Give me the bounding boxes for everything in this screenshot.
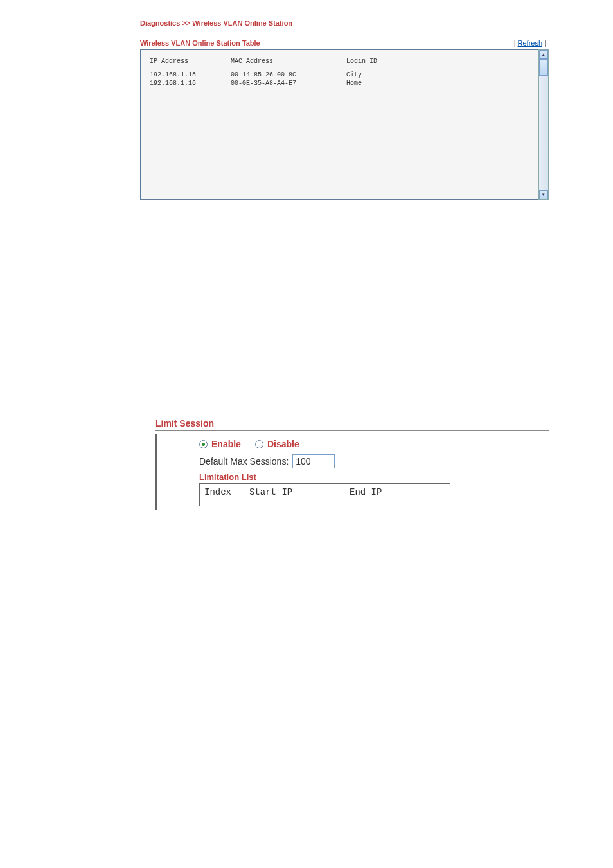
table-row: 192.168.1.15 00-14-85-26-00-8C City xyxy=(150,71,540,78)
max-sessions-input[interactable]: 100 xyxy=(292,454,335,468)
radio-off-icon xyxy=(255,440,263,448)
sessions-label: Default Max Sessions: xyxy=(199,456,289,466)
enable-label: Enable xyxy=(211,439,241,449)
scroll-track[interactable] xyxy=(539,59,548,190)
chevron-up-icon: ▴ xyxy=(542,52,545,57)
cell-mac: 00-14-85-26-00-8C xyxy=(231,71,346,78)
refresh-link[interactable]: Refresh xyxy=(518,39,543,47)
station-table: IP Address MAC Address Login ID 192.168.… xyxy=(140,49,549,200)
col-header-end-ip: End IP xyxy=(350,487,414,497)
scroll-thumb[interactable] xyxy=(539,59,548,76)
disable-radio[interactable]: Disable xyxy=(255,439,299,449)
table-row: 192.168.1.16 00-0E-35-A8-A4-E7 Home xyxy=(150,80,540,87)
limitation-list: Index Start IP End IP xyxy=(199,483,450,506)
scroll-down-button[interactable]: ▾ xyxy=(539,190,548,199)
col-header-login: Login ID xyxy=(346,58,423,65)
col-header-start-ip: Start IP xyxy=(249,487,350,497)
scroll-up-button[interactable]: ▴ xyxy=(539,50,548,59)
cell-ip: 192.168.1.16 xyxy=(150,80,231,87)
cell-mac: 00-0E-35-A8-A4-E7 xyxy=(231,80,346,87)
disable-label: Disable xyxy=(267,439,299,449)
col-header-index: Index xyxy=(204,487,249,497)
breadcrumb: Diagnostics >> Wireless VLAN Online Stat… xyxy=(140,19,549,30)
enable-radio[interactable]: Enable xyxy=(199,439,241,449)
scrollbar[interactable]: ▴ ▾ xyxy=(538,49,549,200)
limitation-list-title: Limitation List xyxy=(161,472,545,482)
cell-ip: 192.168.1.15 xyxy=(150,71,231,78)
refresh-wrap: | Refresh | xyxy=(514,39,546,47)
col-header-ip: IP Address xyxy=(150,58,231,65)
col-header-mac: MAC Address xyxy=(231,58,346,65)
cell-login: City xyxy=(346,71,423,78)
station-table-title: Wireless VLAN Online Station Table xyxy=(140,39,260,47)
chevron-down-icon: ▾ xyxy=(542,192,545,197)
radio-on-icon xyxy=(199,440,208,448)
limit-session-title: Limit Session xyxy=(155,418,549,431)
cell-login: Home xyxy=(346,80,423,87)
